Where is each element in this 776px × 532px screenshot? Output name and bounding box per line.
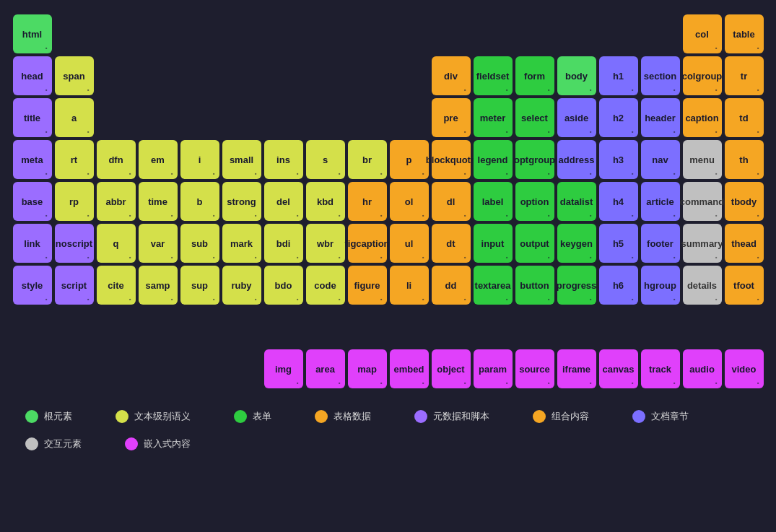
element-h2[interactable]: h2 bbox=[599, 98, 638, 137]
element-thead[interactable]: thead bbox=[725, 224, 764, 263]
element-style[interactable]: style bbox=[13, 266, 52, 305]
element-article[interactable]: article bbox=[641, 182, 680, 221]
element-b[interactable]: b bbox=[180, 182, 219, 221]
element-iframe[interactable]: iframe bbox=[557, 349, 596, 388]
element-form[interactable]: form bbox=[515, 56, 554, 95]
element-figcaption[interactable]: figcaption bbox=[348, 224, 387, 263]
element-meta[interactable]: meta bbox=[13, 140, 52, 179]
element-base[interactable]: base bbox=[13, 182, 52, 221]
element-object[interactable]: object bbox=[432, 349, 471, 388]
element-small[interactable]: small bbox=[222, 140, 261, 179]
element-menu[interactable]: menu bbox=[683, 140, 722, 179]
element-dt[interactable]: dt bbox=[432, 224, 471, 263]
element-var[interactable]: var bbox=[139, 224, 178, 263]
element-html[interactable]: html bbox=[13, 14, 52, 53]
element-details[interactable]: details bbox=[683, 266, 722, 305]
element-blockquote[interactable]: blockquote bbox=[432, 140, 471, 179]
element-area[interactable]: area bbox=[306, 349, 345, 388]
element-h6[interactable]: h6 bbox=[599, 266, 638, 305]
element-h3[interactable]: h3 bbox=[599, 140, 638, 179]
element-audio[interactable]: audio bbox=[683, 349, 722, 388]
element-pre[interactable]: pre bbox=[432, 98, 471, 137]
element-mark[interactable]: mark bbox=[222, 224, 261, 263]
element-h1[interactable]: h1 bbox=[599, 56, 638, 95]
element-li[interactable]: li bbox=[390, 266, 429, 305]
element-video[interactable]: video bbox=[725, 349, 764, 388]
element-tfoot[interactable]: tfoot bbox=[725, 266, 764, 305]
element-table[interactable]: table bbox=[725, 14, 764, 53]
element-body[interactable]: body bbox=[557, 56, 596, 95]
element-ol[interactable]: ol bbox=[390, 182, 429, 221]
element-sub[interactable]: sub bbox=[180, 224, 219, 263]
element-dl[interactable]: dl bbox=[432, 182, 471, 221]
element-summary[interactable]: summary bbox=[683, 224, 722, 263]
element-ruby[interactable]: ruby bbox=[222, 266, 261, 305]
element-sup[interactable]: sup bbox=[180, 266, 219, 305]
element-option[interactable]: option bbox=[515, 182, 554, 221]
element-span[interactable]: span bbox=[55, 56, 94, 95]
element-select[interactable]: select bbox=[515, 98, 554, 137]
element-optgroup[interactable]: optgroup bbox=[515, 140, 554, 179]
element-tr[interactable]: tr bbox=[725, 56, 764, 95]
element-hr[interactable]: hr bbox=[348, 182, 387, 221]
element-textarea[interactable]: textarea bbox=[474, 266, 513, 305]
element-h4[interactable]: h4 bbox=[599, 182, 638, 221]
element-footer[interactable]: footer bbox=[641, 224, 680, 263]
element-samp[interactable]: samp bbox=[139, 266, 178, 305]
element-fieldset[interactable]: fieldset bbox=[474, 56, 513, 95]
element-figure[interactable]: figure bbox=[348, 266, 387, 305]
element-del[interactable]: del bbox=[264, 182, 303, 221]
element-a[interactable]: a bbox=[55, 98, 94, 137]
element-keygen[interactable]: keygen bbox=[557, 224, 596, 263]
element-rt[interactable]: rt bbox=[55, 140, 94, 179]
element-source[interactable]: source bbox=[515, 349, 554, 388]
element-input[interactable]: input bbox=[474, 224, 513, 263]
element-map[interactable]: map bbox=[348, 349, 387, 388]
element-col[interactable]: col bbox=[683, 14, 722, 53]
element-embed[interactable]: embed bbox=[390, 349, 429, 388]
element-section[interactable]: section bbox=[641, 56, 680, 95]
element-abbr[interactable]: abbr bbox=[97, 182, 136, 221]
element-i[interactable]: i bbox=[180, 140, 219, 179]
element-nav[interactable]: nav bbox=[641, 140, 680, 179]
element-command[interactable]: command bbox=[683, 182, 722, 221]
element-param[interactable]: param bbox=[474, 349, 513, 388]
element-dfn[interactable]: dfn bbox=[97, 140, 136, 179]
element-track[interactable]: track bbox=[641, 349, 680, 388]
element-caption[interactable]: caption bbox=[683, 98, 722, 137]
element-header[interactable]: header bbox=[641, 98, 680, 137]
element-td[interactable]: td bbox=[725, 98, 764, 137]
element-s[interactable]: s bbox=[306, 140, 345, 179]
element-img[interactable]: img bbox=[264, 349, 303, 388]
element-aside[interactable]: aside bbox=[557, 98, 596, 137]
element-bdo[interactable]: bdo bbox=[264, 266, 303, 305]
element-colgroup[interactable]: colgroup bbox=[683, 56, 722, 95]
element-bdi[interactable]: bdi bbox=[264, 224, 303, 263]
element-time[interactable]: time bbox=[139, 182, 178, 221]
element-progress[interactable]: progress bbox=[557, 266, 596, 305]
element-button[interactable]: button bbox=[515, 266, 554, 305]
element-dd[interactable]: dd bbox=[432, 266, 471, 305]
element-code[interactable]: code bbox=[306, 266, 345, 305]
element-em[interactable]: em bbox=[139, 140, 178, 179]
element-label[interactable]: label bbox=[474, 182, 513, 221]
element-meter[interactable]: meter bbox=[474, 98, 513, 137]
element-canvas[interactable]: canvas bbox=[599, 349, 638, 388]
element-th[interactable]: th bbox=[725, 140, 764, 179]
element-strong[interactable]: strong bbox=[222, 182, 261, 221]
element-br[interactable]: br bbox=[348, 140, 387, 179]
element-div[interactable]: div bbox=[432, 56, 471, 95]
element-ul[interactable]: ul bbox=[390, 224, 429, 263]
element-hgroup[interactable]: hgroup bbox=[641, 266, 680, 305]
element-noscript[interactable]: noscript bbox=[55, 224, 94, 263]
element-datalist[interactable]: datalist bbox=[557, 182, 596, 221]
element-tbody[interactable]: tbody bbox=[725, 182, 764, 221]
element-rp[interactable]: rp bbox=[55, 182, 94, 221]
element-head[interactable]: head bbox=[13, 56, 52, 95]
element-p[interactable]: p bbox=[390, 140, 429, 179]
element-wbr[interactable]: wbr bbox=[306, 224, 345, 263]
element-h5[interactable]: h5 bbox=[599, 224, 638, 263]
element-ins[interactable]: ins bbox=[264, 140, 303, 179]
element-kbd[interactable]: kbd bbox=[306, 182, 345, 221]
element-output[interactable]: output bbox=[515, 224, 554, 263]
